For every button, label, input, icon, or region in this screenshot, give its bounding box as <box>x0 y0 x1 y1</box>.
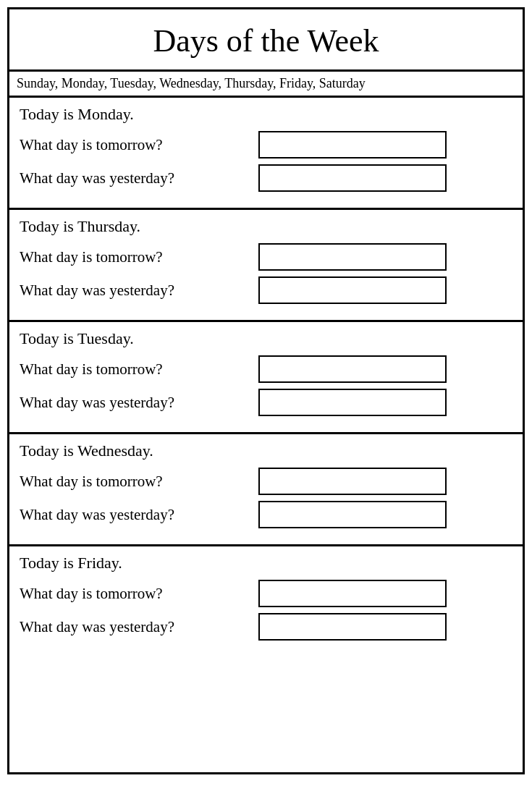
question-row-wednesday-tomorrow: What day is tomorrow? <box>20 468 512 495</box>
question-row-wednesday-yesterday: What day was yesterday? <box>20 501 512 528</box>
question-row-friday-yesterday: What day was yesterday? <box>20 613 512 641</box>
question-text-tuesday-tomorrow: What day is tomorrow? <box>20 360 244 379</box>
answer-input-wednesday-yesterday[interactable] <box>258 501 447 528</box>
question-text-friday-tomorrow: What day is tomorrow? <box>20 585 244 603</box>
section-wednesday: Today is Wednesday. What day is tomorrow… <box>9 434 523 546</box>
section-monday: Today is Monday. What day is tomorrow? W… <box>9 98 523 210</box>
question-row-monday-yesterday: What day was yesterday? <box>20 164 512 192</box>
question-row-thursday-tomorrow: What day is tomorrow? <box>20 243 512 271</box>
today-label-monday: Today is Monday. <box>20 105 512 124</box>
answer-input-monday-yesterday[interactable] <box>258 164 447 192</box>
page-title: Days of the Week <box>9 9 523 72</box>
question-text-wednesday-tomorrow: What day is tomorrow? <box>20 473 244 491</box>
question-text-thursday-tomorrow: What day is tomorrow? <box>20 248 244 266</box>
days-list-row: Sunday, Monday, Tuesday, Wednesday, Thur… <box>9 72 523 98</box>
section-thursday: Today is Thursday. What day is tomorrow?… <box>9 210 523 322</box>
answer-input-wednesday-tomorrow[interactable] <box>258 468 447 495</box>
question-row-tuesday-tomorrow: What day is tomorrow? <box>20 355 512 383</box>
question-text-friday-yesterday: What day was yesterday? <box>20 618 244 636</box>
section-tuesday: Today is Tuesday. What day is tomorrow? … <box>9 322 523 434</box>
question-text-monday-yesterday: What day was yesterday? <box>20 169 244 187</box>
days-list-text: Sunday, Monday, Tuesday, Wednesday, Thur… <box>17 76 366 90</box>
answer-input-tuesday-tomorrow[interactable] <box>258 355 447 383</box>
answer-input-tuesday-yesterday[interactable] <box>258 389 447 416</box>
today-label-wednesday: Today is Wednesday. <box>20 441 512 460</box>
answer-input-thursday-yesterday[interactable] <box>258 276 447 304</box>
question-text-thursday-yesterday: What day was yesterday? <box>20 282 244 300</box>
question-text-wednesday-yesterday: What day was yesterday? <box>20 506 244 524</box>
answer-input-thursday-tomorrow[interactable] <box>258 243 447 271</box>
section-friday: Today is Friday. What day is tomorrow? W… <box>9 546 523 656</box>
answer-input-friday-yesterday[interactable] <box>258 613 447 641</box>
answer-input-monday-tomorrow[interactable] <box>258 131 447 159</box>
question-row-tuesday-yesterday: What day was yesterday? <box>20 389 512 416</box>
question-text-monday-tomorrow: What day is tomorrow? <box>20 136 244 154</box>
today-label-tuesday: Today is Tuesday. <box>20 329 512 348</box>
question-text-tuesday-yesterday: What day was yesterday? <box>20 394 244 412</box>
question-row-friday-tomorrow: What day is tomorrow? <box>20 580 512 607</box>
page-wrapper: Days of the Week Sunday, Monday, Tuesday… <box>0 0 532 786</box>
question-row-thursday-yesterday: What day was yesterday? <box>20 276 512 304</box>
today-label-thursday: Today is Thursday. <box>20 217 512 236</box>
answer-input-friday-tomorrow[interactable] <box>258 580 447 607</box>
question-row-monday-tomorrow: What day is tomorrow? <box>20 131 512 159</box>
outer-border: Days of the Week Sunday, Monday, Tuesday… <box>7 7 525 774</box>
today-label-friday: Today is Friday. <box>20 554 512 572</box>
